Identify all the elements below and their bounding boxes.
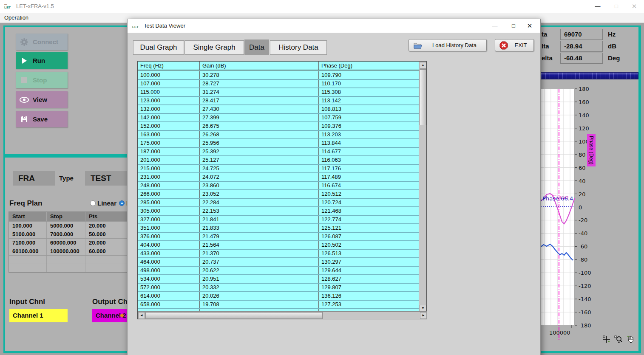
fra-mode-box[interactable]: FRA	[13, 171, 55, 186]
input-chnl-label: Input Chnl	[9, 298, 45, 306]
delta-phase-label: elta	[542, 54, 553, 62]
scroll-left-icon[interactable]: ◄	[138, 312, 145, 319]
data-table-cell: 107.759	[319, 114, 420, 121]
tab-dual-graph[interactable]: Dual Graph	[133, 40, 184, 55]
vertical-scroll-thumb[interactable]	[420, 69, 426, 125]
data-table-row[interactable]: 433.00021.370126.513	[138, 250, 420, 258]
data-table-cell: 122.774	[319, 216, 420, 223]
exit-button[interactable]: EXIT	[495, 39, 534, 51]
cursor-crosshair-icon[interactable]	[603, 335, 610, 345]
data-table-cell: 28.727	[200, 80, 319, 87]
y-tick-label: 0	[579, 204, 582, 211]
data-table-cell: 23.860	[200, 182, 319, 189]
menu-operation[interactable]: Operation	[4, 13, 28, 23]
freq-plan-row[interactable]: 7100.00060000.00020.000	[9, 238, 128, 247]
input-channel-selector[interactable]: Channel 1	[9, 309, 68, 322]
dialog-titlebar[interactable]: .... LET Test Data Viewer — □ ✕	[128, 19, 540, 33]
data-table-row[interactable]: 305.00022.153121.468	[138, 207, 420, 216]
data-table-row[interactable]: 327.00021.841122.774	[138, 216, 420, 224]
data-table-row[interactable]: 175.00025.956113.844	[138, 139, 420, 148]
data-table-cell: 572.000	[138, 284, 200, 291]
dialog-minimize-icon[interactable]: —	[488, 19, 502, 33]
data-table-row[interactable]: 404.00021.564120.502	[138, 241, 420, 250]
data-table-cell: 115.000	[138, 88, 200, 96]
freq-plan-row[interactable]: 100.0005000.00020.000	[9, 221, 128, 230]
data-table-row[interactable]: 658.00019.708127.253	[138, 301, 420, 309]
data-table-row[interactable]: 351.00021.833125.121	[138, 224, 420, 233]
phase-axis-label: Phase (Deg)	[587, 134, 596, 166]
data-table-row[interactable]: 100.00030.278109.790	[138, 71, 420, 80]
vertical-scrollbar[interactable]: ▲ ▼	[419, 62, 426, 312]
data-table-cell: 26.268	[200, 131, 319, 138]
freq-plan-row[interactable]	[9, 255, 128, 264]
data-table-row[interactable]: 248.00023.860116.674	[138, 182, 420, 190]
data-table-row[interactable]: 534.00020.951128.627	[138, 275, 420, 284]
test-name-box[interactable]: TEST	[85, 171, 129, 186]
data-table-row[interactable]: 142.00027.399107.759	[138, 114, 420, 122]
data-table-cell: 115.308	[319, 88, 420, 96]
data-table-row[interactable]: 123.00028.417113.142	[138, 97, 420, 105]
y-tick-label: -100	[579, 270, 591, 276]
data-table-row[interactable]: 187.00025.392114.677	[138, 148, 420, 156]
data-table-row[interactable]: 152.00026.675109.376	[138, 122, 420, 131]
bode-chart[interactable]: 180160140120100806040200-20-40-60-80-100…	[541, 85, 638, 352]
horizontal-scroll-thumb[interactable]	[145, 312, 323, 319]
data-table-row[interactable]: 115.00031.274115.308	[138, 88, 420, 97]
tab-data[interactable]: Data	[244, 39, 269, 55]
scroll-up-icon[interactable]: ▲	[420, 62, 426, 69]
data-table-row[interactable]: 107.00028.727110.170	[138, 80, 420, 88]
tab-single-graph[interactable]: Single Graph	[184, 40, 244, 55]
maximize-icon[interactable]: □	[609, 0, 624, 13]
delta-phase-readout[interactable]: -60.48	[560, 53, 603, 64]
zoom-tool-icon[interactable]	[614, 335, 623, 345]
data-table-row[interactable]: 376.00021.479126.087	[138, 233, 420, 241]
delta-gain-readout[interactable]: -28.94	[560, 41, 603, 52]
load-history-data-button[interactable]: Load History Data	[409, 39, 487, 51]
data-table-row[interactable]: 572.00020.332129.807	[138, 284, 420, 292]
delta-freq-readout[interactable]: 69070	[560, 29, 603, 40]
y-tick-label: 180	[579, 86, 589, 92]
data-table-cell: 20.951	[200, 275, 319, 283]
data-table-row[interactable]: 614.00020.026136.126	[138, 292, 420, 301]
horizontal-scrollbar[interactable]: ◄ ►	[138, 311, 427, 319]
freq-plan-row[interactable]: 60100.000100000.00060.000	[9, 247, 128, 255]
measurement-panel: ta 69070 Hz lta -28.94 dB elta -60.48 De…	[541, 25, 641, 353]
dialog-maximize-icon[interactable]: □	[506, 19, 521, 33]
data-table-cell: 136.126	[319, 292, 420, 300]
close-icon[interactable]: ✕	[627, 0, 641, 13]
dialog-close-icon[interactable]: ✕	[522, 19, 537, 33]
run-button[interactable]: Run	[16, 52, 68, 69]
linear-radio[interactable]	[90, 200, 96, 206]
data-table-cell: 126.513	[319, 250, 420, 257]
data-table-row[interactable]: 231.00024.072117.489	[138, 173, 420, 182]
data-table-row[interactable]: 285.00022.284120.724	[138, 199, 420, 207]
data-table-cell: 116.063	[319, 156, 420, 164]
data-table-row[interactable]: 201.00025.127116.063	[138, 156, 420, 165]
db-unit-label: dB	[608, 42, 616, 50]
exit-x-icon	[499, 41, 508, 50]
stop-button[interactable]: Stop	[16, 72, 68, 88]
view-button[interactable]: View	[16, 91, 68, 108]
data-table-row[interactable]: 132.00027.430108.813	[138, 105, 420, 114]
data-table-row[interactable]: 163.00026.268113.203	[138, 131, 420, 139]
data-table-row[interactable]: 498.00020.622129.644	[138, 267, 420, 275]
freq-plan-row[interactable]	[9, 264, 128, 272]
data-table-row[interactable]: 464.00020.737130.297	[138, 258, 420, 267]
data-table-cell: 201.000	[138, 156, 200, 164]
freq-plan-row[interactable]: 5100.0007000.00050.000	[9, 230, 128, 238]
connect-button[interactable]: Connect	[16, 34, 68, 50]
scroll-right-icon[interactable]: ►	[420, 312, 427, 319]
floppy-save-button[interactable]: Save	[16, 111, 68, 127]
folder-icon	[413, 42, 423, 49]
data-table-cell: 123.000	[138, 97, 200, 104]
data-table-row[interactable]: 266.00023.052120.512	[138, 190, 420, 199]
scroll-down-icon[interactable]: ▼	[420, 305, 426, 312]
minimize-icon[interactable]: —	[590, 0, 605, 13]
freq-plan-cell: 100000.000	[47, 247, 85, 255]
log-radio[interactable]	[119, 200, 125, 206]
freq-plan-body: 100.0005000.00020.0005100.0007000.00050.…	[9, 221, 128, 272]
data-table-row[interactable]: 215.00024.725117.176	[138, 165, 420, 173]
data-table-cell: 129.644	[319, 267, 420, 274]
pan-hand-icon[interactable]	[627, 335, 634, 345]
tab-history-data[interactable]: History Data	[270, 40, 327, 55]
